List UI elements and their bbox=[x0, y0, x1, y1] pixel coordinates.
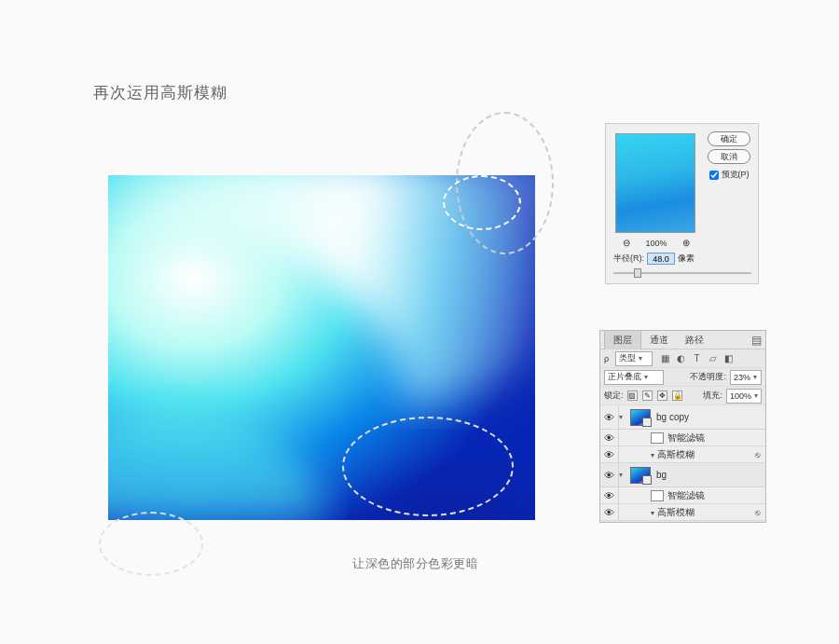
smart-filters-label: 智能滤镜 bbox=[667, 432, 705, 445]
filter-pixel-icon[interactable]: ▦ bbox=[660, 353, 670, 363]
smart-filters-label: 智能滤镜 bbox=[667, 489, 705, 502]
radius-unit: 像素 bbox=[678, 253, 695, 265]
layer-name[interactable]: bg bbox=[656, 470, 667, 480]
tab-channels[interactable]: 通道 bbox=[641, 331, 677, 349]
opacity-label: 不透明度: bbox=[690, 371, 726, 383]
lock-label: 锁定: bbox=[604, 390, 624, 402]
kind-label: ρ bbox=[604, 354, 609, 363]
layer-thumbnail[interactable] bbox=[630, 467, 651, 484]
layer-thumbnail[interactable] bbox=[630, 409, 651, 426]
smart-filters-row[interactable]: 👁 智能滤镜 bbox=[600, 487, 765, 504]
filter-type-icon[interactable]: T bbox=[692, 353, 702, 363]
panel-menu-icon[interactable]: ▤ bbox=[751, 334, 762, 347]
filter-adjust-icon[interactable]: ◐ bbox=[676, 353, 686, 363]
visibility-toggle[interactable]: 👁 bbox=[600, 487, 619, 503]
filter-shape-icon[interactable]: ▱ bbox=[708, 353, 718, 363]
visibility-toggle[interactable]: 👁 bbox=[600, 405, 619, 429]
filter-row[interactable]: 👁 高斯模糊 ⎋ bbox=[600, 504, 765, 521]
radius-slider[interactable] bbox=[613, 267, 751, 279]
zoom-out-icon[interactable]: ⊖ bbox=[623, 238, 630, 248]
canvas-preview bbox=[108, 175, 535, 520]
blur-preview bbox=[615, 133, 695, 233]
ok-button[interactable]: 确定 bbox=[708, 131, 750, 146]
cancel-button[interactable]: 取消 bbox=[708, 149, 750, 164]
visibility-toggle[interactable]: 👁 bbox=[600, 504, 619, 520]
radius-input[interactable] bbox=[647, 253, 675, 265]
zoom-percent: 100% bbox=[645, 239, 667, 248]
lock-transparency-icon[interactable]: ▨ bbox=[627, 391, 638, 401]
zoom-in-icon[interactable]: ⊕ bbox=[682, 238, 690, 248]
tutorial-title: 再次运用高斯模糊 bbox=[93, 82, 227, 103]
visibility-toggle[interactable]: 👁 bbox=[600, 430, 619, 445]
radius-label: 半径(R): bbox=[613, 253, 644, 265]
layer-row[interactable]: 👁 ▾ bg copy bbox=[600, 405, 765, 430]
filter-mask-thumbnail[interactable] bbox=[651, 432, 664, 444]
lock-position-icon[interactable]: ✥ bbox=[657, 391, 667, 401]
filter-blend-icon[interactable]: ⎋ bbox=[755, 508, 760, 517]
smart-filters-row[interactable]: 👁 智能滤镜 bbox=[600, 430, 765, 446]
tab-layers[interactable]: 图层 bbox=[604, 330, 641, 349]
annotation-ellipse bbox=[99, 512, 203, 576]
filter-name[interactable]: 高斯模糊 bbox=[651, 506, 695, 519]
filter-blend-icon[interactable]: ⎋ bbox=[755, 450, 760, 459]
filter-smart-icon[interactable]: ◧ bbox=[723, 353, 734, 363]
filter-mask-thumbnail[interactable] bbox=[651, 490, 664, 501]
filter-row[interactable]: 👁 高斯模糊 ⎋ bbox=[600, 446, 765, 463]
tab-paths[interactable]: 路径 bbox=[677, 331, 712, 349]
gaussian-blur-dialog: 确定 取消 预览(P) ⊖ 100% ⊕ 半径(R): 像素 bbox=[605, 123, 759, 284]
layer-name[interactable]: bg copy bbox=[656, 412, 689, 422]
layers-panel: 图层 通道 路径 ▤ ρ 类型 ▦ ◐ T ▱ ◧ 正片叠底 不透明度: 23%… bbox=[599, 330, 766, 523]
slider-thumb[interactable] bbox=[634, 268, 641, 278]
caption: 让深色的部分色彩更暗 bbox=[352, 555, 478, 572]
filter-type-select[interactable]: 类型 bbox=[615, 351, 653, 366]
preview-label: 预览(P) bbox=[722, 169, 750, 181]
blend-mode-select[interactable]: 正片叠底 bbox=[604, 370, 664, 385]
fill-input[interactable]: 100% bbox=[726, 389, 762, 404]
fill-label: 填充: bbox=[703, 390, 722, 402]
preview-checkbox[interactable] bbox=[709, 171, 719, 180]
preview-checkbox-row: 预览(P) bbox=[709, 169, 750, 181]
layer-row[interactable]: 👁 ▾ bg bbox=[600, 463, 765, 487]
lock-paint-icon[interactable]: ✎ bbox=[642, 391, 653, 401]
layers-list: 👁 ▾ bg copy 👁 智能滤镜 👁 高斯模糊 ⎋ 👁 ▾ bg 👁 bbox=[600, 405, 765, 521]
visibility-toggle[interactable]: 👁 bbox=[600, 463, 619, 486]
filter-name[interactable]: 高斯模糊 bbox=[651, 448, 695, 461]
lock-all-icon[interactable]: 🔒 bbox=[672, 391, 682, 401]
visibility-toggle[interactable]: 👁 bbox=[600, 446, 619, 462]
opacity-input[interactable]: 23% bbox=[730, 370, 762, 385]
